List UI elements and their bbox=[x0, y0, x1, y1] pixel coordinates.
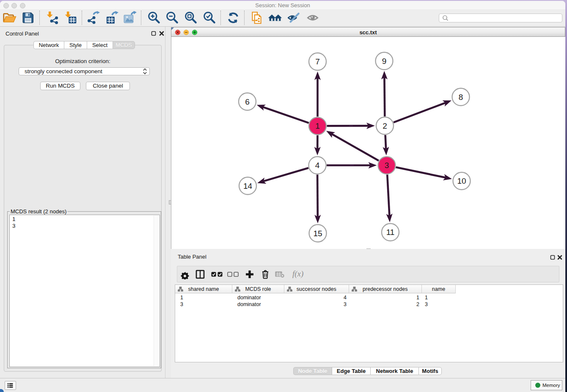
svg-text:3: 3 bbox=[385, 161, 389, 170]
svg-text:7: 7 bbox=[315, 57, 320, 66]
svg-text:11: 11 bbox=[386, 228, 395, 237]
svg-text:8: 8 bbox=[459, 93, 463, 102]
svg-text:14: 14 bbox=[243, 182, 253, 190]
svg-text:4: 4 bbox=[315, 161, 320, 170]
svg-text:1: 1 bbox=[315, 121, 320, 130]
svg-text:2: 2 bbox=[383, 121, 387, 130]
svg-text:15: 15 bbox=[313, 229, 322, 238]
svg-text:10: 10 bbox=[457, 177, 466, 185]
svg-text:9: 9 bbox=[382, 57, 387, 66]
svg-text:6: 6 bbox=[245, 97, 250, 106]
